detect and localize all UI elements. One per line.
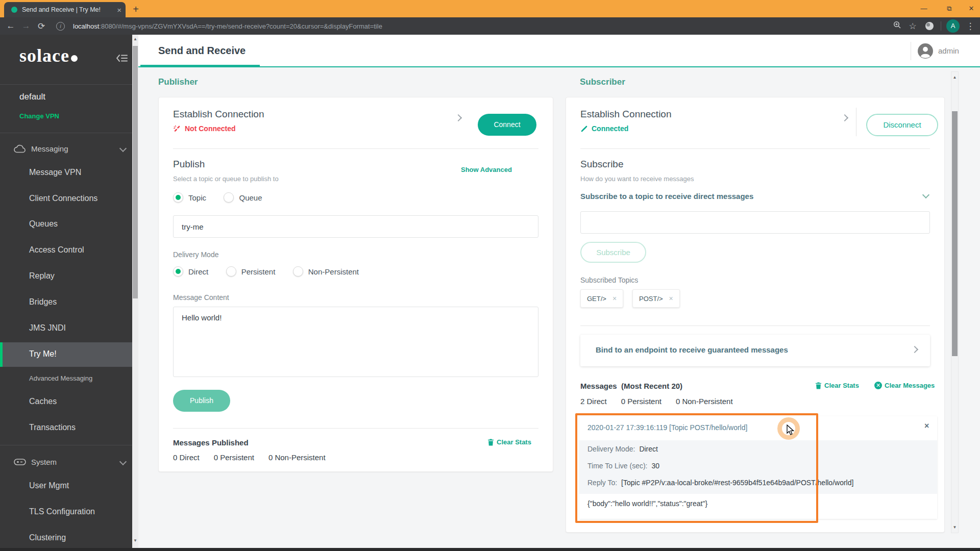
site-info-icon[interactable]: i	[56, 22, 65, 31]
scroll-up-icon[interactable]: ▲	[132, 37, 138, 41]
back-icon[interactable]: ←	[3, 21, 18, 31]
bind-endpoint-label: Bind to an endpoint to receive guarantee…	[596, 345, 788, 354]
non-persistent-radio[interactable]	[293, 266, 303, 277]
chevron-right-icon[interactable]	[911, 346, 918, 353]
message-content-label: Message Content	[173, 293, 229, 302]
scroll-up-icon[interactable]: ▲	[951, 75, 958, 80]
subscribe-direct-accordion[interactable]: Subscribe to a topic to receive direct m…	[580, 192, 753, 201]
divider	[856, 108, 856, 136]
subscribed-topics-label: Subscribed Topics	[580, 276, 638, 284]
topic-chip-label: GET/>	[587, 295, 606, 303]
chevron-down-icon[interactable]	[922, 191, 929, 198]
chevron-down-icon[interactable]	[119, 458, 127, 465]
sidebar-item-user-mgmt[interactable]: User Mgmt	[29, 481, 69, 490]
message-close-icon[interactable]: ×	[924, 421, 929, 431]
delivery-mode-radios: Direct Persistent Non-Persistent	[173, 266, 359, 277]
sidebar-collapse-icon[interactable]	[116, 54, 128, 64]
reload-icon[interactable]: ⟳	[34, 21, 49, 32]
sidebar-item-try-me[interactable]: Try Me!	[29, 349, 57, 359]
tab-title: Send and Receive | Try Me!	[22, 6, 112, 13]
url-path: :8080/#/msg-vpns/ZGVmYXVsdA==/try-me/sen…	[99, 22, 382, 30]
sidebar-item-clustering[interactable]: Clustering	[29, 533, 66, 542]
sidebar-section-messaging[interactable]: Messaging	[14, 144, 68, 153]
selected-item-highlight	[0, 342, 132, 367]
chevron-right-icon[interactable]	[455, 114, 462, 121]
window-maximize-button[interactable]: ⧉	[942, 3, 957, 14]
logo-text: solace	[19, 45, 69, 66]
scroll-down-icon[interactable]: ▼	[951, 525, 958, 530]
publisher-clear-stats-link[interactable]: Clear Stats	[487, 438, 531, 446]
change-vpn-link[interactable]: Change VPN	[19, 112, 59, 120]
connect-button[interactable]: Connect	[478, 114, 536, 136]
sidebar-item-transactions[interactable]: Transactions	[29, 423, 76, 432]
sidebar-item-message-vpn[interactable]: Message VPN	[29, 168, 81, 177]
status-text: Not Connected	[185, 124, 236, 133]
non-persistent-radio-label: Non-Persistent	[308, 267, 359, 276]
bind-endpoint-row[interactable]: Bind to an endpoint to receive guarantee…	[580, 335, 930, 366]
publisher-heading: Publisher	[158, 77, 198, 87]
window-minimize-button[interactable]: —	[916, 3, 932, 14]
extension-icon[interactable]	[925, 22, 934, 30]
remove-topic-icon[interactable]: ×	[669, 294, 673, 303]
sidebar-item-access-control[interactable]: Access Control	[29, 245, 84, 255]
sidebar-item-tls-configuration[interactable]: TLS Configuration	[29, 507, 95, 516]
publish-topic-input[interactable]	[173, 215, 538, 238]
subscribe-title: Subscribe	[580, 159, 624, 170]
header-divider	[911, 42, 911, 60]
window-close-button[interactable]: ✕	[964, 3, 979, 14]
sidebar-section-system[interactable]: System	[14, 458, 57, 466]
bookmark-star-icon[interactable]: ☆	[905, 21, 920, 32]
new-tab-button[interactable]: +	[130, 3, 142, 15]
divider	[173, 428, 538, 429]
subscribe-topic-input[interactable]	[580, 211, 930, 234]
sidebar-scrollbar-thumb[interactable]	[133, 46, 138, 298]
circle-x-icon: ✕	[874, 382, 882, 389]
clear-messages-link[interactable]: ✕ Clear Messages	[874, 382, 935, 389]
browser-tab[interactable]: Send and Receive | Try Me! ×	[4, 2, 126, 17]
sidebar-item-queues[interactable]: Queues	[29, 219, 58, 229]
message-content-textarea[interactable]	[173, 307, 538, 377]
publisher-stat-counts: 0 Direct 0 Persistent 0 Non-Persistent	[173, 453, 326, 462]
queue-radio[interactable]	[224, 192, 234, 203]
sidebar-item-replay[interactable]: Replay	[29, 271, 55, 281]
publisher-card: Establish Connection Not Connected Conne…	[158, 97, 553, 472]
subscriber-clear-stats-link[interactable]: Clear Stats	[815, 382, 859, 389]
disconnect-button[interactable]: Disconnect	[866, 114, 938, 136]
topic-radio[interactable]	[173, 192, 183, 203]
persistent-radio-label: Persistent	[241, 267, 276, 276]
direct-radio-label: Direct	[188, 267, 208, 276]
messages-published-title: Messages Published	[173, 438, 249, 447]
show-advanced-link[interactable]: Show Advanced	[461, 166, 512, 173]
topic-radio-label: Topic	[188, 193, 206, 202]
logged-in-user[interactable]: admin	[938, 46, 959, 55]
user-avatar-icon[interactable]	[918, 43, 933, 61]
scroll-down-icon[interactable]: ▼	[132, 538, 138, 543]
sidebar-item-jms-jndi[interactable]: JMS JNDI	[29, 323, 66, 333]
sidebar-item-client-connections[interactable]: Client Connections	[29, 194, 97, 203]
direct-radio[interactable]	[173, 266, 183, 277]
tab-close-icon[interactable]: ×	[117, 6, 121, 14]
forward-icon[interactable]: →	[18, 21, 34, 31]
delivery-mode-label: Delivery Mode	[173, 251, 218, 259]
sidebar-item-caches[interactable]: Caches	[29, 397, 57, 406]
publish-button[interactable]: Publish	[173, 390, 230, 412]
app-header: Send and Receive admin	[138, 35, 980, 67]
remove-topic-icon[interactable]: ×	[612, 294, 617, 303]
cloud-icon	[14, 144, 26, 153]
sidebar-item-bridges[interactable]: Bridges	[29, 297, 57, 307]
address-bar[interactable]: localhost:8080/#/msg-vpns/ZGVmYXVsdA==/t…	[73, 22, 890, 30]
browser-menu-icon[interactable]: ⋮	[963, 21, 978, 32]
link-icon	[580, 125, 588, 133]
zoom-icon[interactable]	[890, 21, 905, 32]
content-scrollbar-thumb[interactable]	[952, 111, 958, 356]
persistent-radio[interactable]	[226, 266, 236, 277]
chevron-down-icon[interactable]	[119, 145, 127, 152]
sidebar-item-advanced-messaging[interactable]: Advanced Messaging	[29, 374, 92, 382]
subscribe-button[interactable]: Subscribe	[580, 242, 646, 263]
queue-radio-label: Queue	[239, 193, 262, 202]
stat-persistent: 0 Persistent	[621, 397, 662, 406]
chevron-right-icon[interactable]	[841, 114, 848, 121]
browser-profile-avatar[interactable]: A	[946, 19, 960, 33]
tab-favicon	[11, 7, 17, 13]
sidebar-divider	[0, 84, 132, 85]
